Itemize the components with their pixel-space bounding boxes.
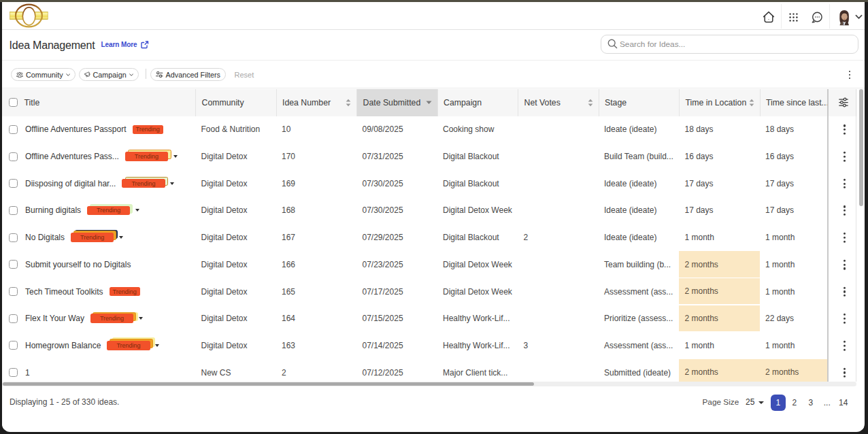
tag-badge-group[interactable]: Trending: [133, 125, 163, 135]
row-checkbox[interactable]: [9, 368, 18, 377]
tag-badge-group[interactable]: Trending: [90, 314, 133, 323]
tag-badge-group[interactable]: Trending: [71, 233, 114, 242]
row-checkbox[interactable]: [9, 314, 18, 323]
row-actions-menu[interactable]: [844, 367, 846, 378]
idea-title[interactable]: Offline Adventures Passport: [25, 124, 127, 134]
column-header-campaign[interactable]: Campaign: [437, 89, 518, 116]
home-button[interactable]: [763, 11, 775, 23]
row-checkbox[interactable]: [9, 287, 18, 296]
search-input[interactable]: [620, 39, 837, 49]
row-checkbox[interactable]: [9, 341, 18, 350]
row-checkbox[interactable]: [9, 152, 18, 161]
table-row[interactable]: No Digitals Trending Digital Detox16707/…: [2, 224, 856, 251]
toolbar-overflow-menu[interactable]: [849, 71, 851, 80]
badge-dropdown-caret[interactable]: [135, 209, 139, 212]
title-cell: Burning digitals Trending: [2, 197, 196, 224]
row-checkbox[interactable]: [9, 125, 18, 134]
column-header-stage[interactable]: Stage: [599, 89, 680, 116]
row-checkbox[interactable]: [9, 260, 18, 269]
profile-menu-button[interactable]: [855, 14, 863, 20]
row-checkbox[interactable]: [9, 206, 18, 215]
idea-title[interactable]: 1: [25, 368, 30, 378]
avatar[interactable]: [838, 10, 850, 29]
row-actions-menu[interactable]: [844, 152, 846, 162]
title-cell: No Digitals Trending: [2, 224, 196, 251]
search-bar[interactable]: [601, 35, 858, 54]
page-button-14[interactable]: 14: [836, 395, 851, 411]
column-header-date-submitted[interactable]: Date Submitted: [356, 89, 437, 116]
table-row[interactable]: Tech Timeout Toolkits Trending Digital D…: [2, 278, 856, 305]
row-actions-menu[interactable]: [844, 233, 846, 243]
page-button-3[interactable]: 3: [803, 395, 818, 411]
horizontal-scrollbar-thumb[interactable]: [3, 382, 534, 386]
table-row[interactable]: Flex It Your Way Trending Digital Detox1…: [2, 305, 856, 332]
advanced-filters-button[interactable]: Advanced Filters: [150, 68, 226, 81]
tag-badge-group[interactable]: Trending: [122, 179, 165, 188]
idea-title[interactable]: Flex It Your Way: [25, 314, 84, 323]
column-settings-button[interactable]: [830, 89, 857, 116]
badge-dropdown-caret[interactable]: [170, 182, 174, 185]
cell-net-votes: 2: [518, 224, 599, 251]
cell-campaign: Digital Blackout: [437, 170, 518, 197]
row-actions-menu[interactable]: [844, 178, 846, 188]
tag-badge-group[interactable]: Trending: [110, 287, 140, 297]
page-button-1[interactable]: 1: [771, 395, 786, 411]
row-actions-menu[interactable]: [844, 259, 846, 269]
external-link-icon: [141, 41, 149, 49]
table-row[interactable]: Burning digitals Trending Digital Detox1…: [2, 197, 856, 224]
table-row[interactable]: Offline Adventures Pass... Trending Digi…: [2, 143, 856, 170]
tag-badge-group[interactable]: Trending: [107, 341, 150, 350]
cell-time-in-location: 17 days: [679, 197, 760, 224]
row-checkbox[interactable]: [9, 233, 18, 242]
badge-dropdown-caret[interactable]: [155, 344, 159, 347]
badge-dropdown-caret[interactable]: [119, 236, 123, 239]
row-actions-menu[interactable]: [844, 124, 846, 135]
column-header-idea-number[interactable]: Idea Number: [276, 89, 357, 116]
idea-title[interactable]: Tech Timeout Toolkits: [25, 287, 103, 297]
column-header-title[interactable]: Title: [2, 89, 196, 116]
row-actions-menu[interactable]: [844, 341, 846, 351]
brand-logo[interactable]: [10, 3, 49, 33]
cell-stage: Ideate (ideate): [599, 116, 680, 144]
row-actions-menu[interactable]: [844, 314, 846, 324]
row-checkbox[interactable]: [9, 179, 18, 188]
sort-icon[interactable]: [346, 99, 351, 107]
table-row[interactable]: Homegrown Balance Trending Digital Detox…: [2, 332, 856, 359]
tag-badge-group[interactable]: Trending: [87, 206, 130, 216]
page-button-2[interactable]: 2: [787, 395, 802, 411]
horizontal-scrollbar[interactable]: [2, 382, 856, 386]
row-actions-menu[interactable]: [844, 205, 846, 216]
learn-more-link[interactable]: Learn More: [101, 41, 149, 49]
idea-title[interactable]: Diisposing of digital har...: [25, 179, 116, 188]
idea-title[interactable]: Homegrown Balance: [25, 341, 101, 350]
tag-badge-group[interactable]: Trending: [125, 152, 168, 161]
page-size-select[interactable]: 25: [746, 397, 764, 407]
community-filter-button[interactable]: Community: [11, 68, 76, 81]
idea-title[interactable]: Offline Adventures Pass...: [25, 152, 119, 161]
reset-filters-button[interactable]: Reset: [235, 71, 254, 79]
badge-dropdown-caret[interactable]: [173, 155, 178, 158]
column-header-community[interactable]: Community: [195, 89, 276, 116]
badge-dropdown-caret[interactable]: [139, 317, 143, 320]
idea-title[interactable]: Submit yourself to no Digitals: [25, 260, 131, 269]
table-row[interactable]: Diisposing of digital har... Trending Di…: [2, 170, 856, 197]
app-launcher-button[interactable]: [789, 13, 798, 22]
messages-button[interactable]: [811, 12, 823, 24]
cell-idea-number: 166: [276, 251, 357, 278]
table-row[interactable]: Submit yourself to no Digitals Digital D…: [2, 251, 856, 278]
idea-title[interactable]: No Digitals: [25, 233, 65, 242]
campaign-filter-button[interactable]: Campaign: [79, 68, 139, 81]
table-row[interactable]: 1 New CS207/12/2025Major Client tick...S…: [2, 359, 856, 382]
cell-campaign: Major Client tick...: [437, 359, 518, 382]
column-header-net-votes[interactable]: Net Votes: [518, 89, 599, 116]
idea-title[interactable]: Burning digitals: [25, 205, 81, 215]
sort-desc-icon[interactable]: [426, 101, 432, 105]
row-actions-menu[interactable]: [844, 286, 846, 297]
table-row[interactable]: Offline Adventures Passport Trending Foo…: [2, 116, 856, 144]
sort-icon[interactable]: [588, 99, 593, 107]
select-all-checkbox[interactable]: [9, 98, 18, 107]
column-header-time-since-last[interactable]: Time since last...: [760, 89, 828, 116]
sort-icon[interactable]: [749, 99, 754, 107]
vertical-scrollbar-thumb[interactable]: [859, 89, 863, 206]
column-header-time-in-location[interactable]: Time in Location: [679, 89, 760, 116]
